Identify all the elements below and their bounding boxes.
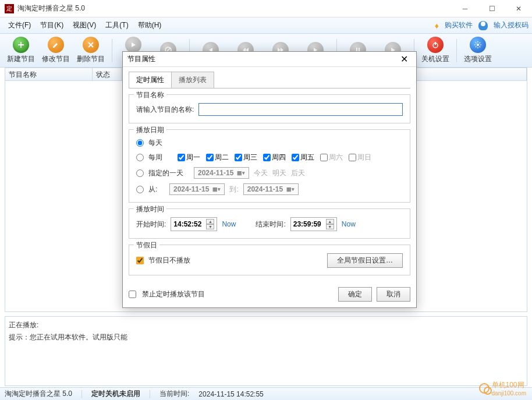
spinner-icon[interactable]: ▲▼ bbox=[326, 219, 334, 229]
menu-view[interactable]: 视图(V) bbox=[68, 18, 101, 33]
calendar-icon: ▦▾ bbox=[237, 170, 245, 176]
range-to-label: 到: bbox=[229, 185, 238, 194]
shutdown-label: 关机设置 bbox=[421, 54, 449, 64]
chk-fri[interactable] bbox=[292, 154, 299, 161]
btn-tomorrow[interactable]: 明天 bbox=[272, 168, 286, 178]
program-name-input[interactable] bbox=[198, 103, 403, 116]
menu-help[interactable]: 帮助(H) bbox=[133, 18, 166, 33]
gear-icon bbox=[470, 37, 486, 53]
btn-dayafter[interactable]: 后天 bbox=[291, 168, 305, 178]
fieldset-name: 节目名称 请输入节目的名称: bbox=[129, 94, 410, 123]
radio-range-label: 从: bbox=[148, 185, 165, 194]
radio-weekly[interactable] bbox=[136, 154, 144, 161]
legend-name: 节目名称 bbox=[134, 90, 166, 100]
end-time-label: 结束时间: bbox=[256, 220, 285, 229]
fieldset-holiday: 节假日 节假日不播放 全局节假日设置… bbox=[129, 245, 410, 275]
col-status[interactable]: 状态 bbox=[93, 68, 122, 80]
cancel-button[interactable]: 取消 bbox=[377, 287, 410, 302]
dialog-close-button[interactable]: ✕ bbox=[397, 54, 412, 65]
power-icon bbox=[427, 37, 444, 53]
diamond-icon: ♦ bbox=[435, 21, 439, 30]
dialog-footer: 禁止定时播放该节目 确定 取消 bbox=[123, 281, 416, 307]
tab-timer[interactable]: 定时属性 bbox=[129, 72, 172, 88]
shutdown-button[interactable]: 关机设置 bbox=[419, 35, 452, 66]
radio-oneday[interactable] bbox=[136, 169, 144, 177]
svg-point-2 bbox=[477, 44, 479, 46]
legend-date: 播放日期 bbox=[134, 125, 166, 135]
menu-program[interactable]: 节目(K) bbox=[36, 18, 68, 33]
options-button[interactable]: 选项设置 bbox=[462, 35, 494, 66]
chk-sun[interactable] bbox=[349, 154, 356, 161]
statusbar: 淘淘定时播音之星 5.0 定时关机未启用 当前时间: 2024-11-15 14… bbox=[0, 387, 532, 400]
disable-play-label: 禁止定时播放该节目 bbox=[142, 289, 205, 299]
now-playing-label: 正在播放: bbox=[9, 320, 523, 330]
minimize-button[interactable]: ─ bbox=[452, 0, 478, 17]
status-time-label: 当前时间: bbox=[159, 389, 189, 399]
menu-tools[interactable]: 工具(T) bbox=[101, 18, 133, 33]
new-program-button[interactable]: 新建节目 bbox=[5, 35, 37, 66]
radio-daily[interactable] bbox=[136, 139, 144, 147]
col-name[interactable]: 节目名称 bbox=[5, 68, 93, 80]
chk-wed[interactable] bbox=[235, 154, 242, 161]
name-label: 请输入节目的名称: bbox=[136, 105, 194, 115]
chk-tue[interactable] bbox=[206, 154, 214, 161]
delete-icon bbox=[83, 37, 99, 53]
watermark-icon bbox=[479, 383, 490, 394]
end-time-input[interactable]: 23:59:59 ▲▼ bbox=[290, 217, 337, 231]
maximize-button[interactable]: ☐ bbox=[478, 0, 505, 17]
edit-label: 修改节目 bbox=[42, 54, 70, 64]
dialog-tabs: 定时属性 播放列表 bbox=[123, 67, 416, 88]
fieldset-time: 播放时间 开始时间: 14:52:52 ▲▼ Now 结束时间: 23:59:5… bbox=[129, 208, 410, 239]
user-icon bbox=[478, 21, 488, 30]
watermark-text: 单机100网 bbox=[492, 380, 526, 390]
dialog-titlebar: 节目属性 ✕ bbox=[123, 52, 416, 67]
start-now-button[interactable]: Now bbox=[222, 220, 236, 228]
chk-sat[interactable] bbox=[320, 154, 328, 161]
status-app: 淘淘定时播音之星 5.0 bbox=[5, 389, 72, 399]
titlebar: 定 淘淘定时播音之星 5.0 ─ ☐ ✕ bbox=[0, 0, 532, 17]
delete-label: 删除节目 bbox=[77, 54, 105, 64]
chk-mon[interactable] bbox=[178, 154, 185, 161]
enter-key-link[interactable]: 输入授权码 bbox=[494, 20, 529, 30]
trial-hint: 提示：您正在试用本软件。试用版只能 bbox=[9, 332, 523, 342]
date-oneday[interactable]: 2024-11-15▦▾ bbox=[194, 167, 249, 179]
legend-time: 播放时间 bbox=[134, 204, 166, 214]
menubar: 文件(F) 节目(K) 视图(V) 工具(T) 帮助(H) ♦ 购买软件 输入授… bbox=[0, 17, 532, 34]
dialog-body: 节目名称 请输入节目的名称: 播放日期 每天 每周 周一 周二 周三 周四 bbox=[129, 88, 410, 275]
watermark: 单机100网 danji100.com bbox=[479, 380, 526, 397]
chk-holiday-skip[interactable] bbox=[136, 257, 144, 264]
delete-program-button[interactable]: 删除节目 bbox=[75, 35, 107, 66]
window-controls: ─ ☐ ✕ bbox=[452, 0, 532, 17]
date-from[interactable]: 2024-11-15▦▾ bbox=[169, 183, 225, 195]
dialog-title: 节目属性 bbox=[127, 54, 155, 64]
tab-playlist[interactable]: 播放列表 bbox=[171, 72, 214, 88]
radio-weekly-label: 每周 bbox=[148, 153, 173, 162]
start-time-label: 开始时间: bbox=[136, 220, 166, 229]
chk-thu[interactable] bbox=[263, 154, 271, 161]
status-separator bbox=[150, 390, 150, 398]
play-icon bbox=[125, 37, 141, 53]
date-to[interactable]: 2024-11-15▦▾ bbox=[243, 183, 299, 195]
window-title: 淘淘定时播音之星 5.0 bbox=[17, 3, 85, 13]
chk-disable-play[interactable] bbox=[129, 291, 136, 298]
buy-link[interactable]: 购买软件 bbox=[445, 20, 473, 30]
radio-daily-label: 每天 bbox=[148, 138, 162, 148]
spinner-icon[interactable]: ▲▼ bbox=[206, 219, 214, 229]
end-now-button[interactable]: Now bbox=[342, 220, 356, 228]
radio-oneday-label: 指定的一天 bbox=[148, 168, 189, 178]
start-time-input[interactable]: 14:52:52 ▲▼ bbox=[171, 217, 217, 231]
btn-today[interactable]: 今天 bbox=[254, 168, 268, 178]
edit-program-button[interactable]: 修改节目 bbox=[40, 35, 72, 66]
new-icon bbox=[13, 37, 29, 53]
holiday-settings-button[interactable]: 全局节假日设置… bbox=[327, 253, 403, 268]
close-button[interactable]: ✕ bbox=[505, 0, 532, 17]
holiday-skip-label: 节假日不播放 bbox=[148, 256, 190, 266]
edit-icon bbox=[48, 37, 64, 53]
radio-range[interactable] bbox=[136, 186, 144, 193]
new-label: 新建节目 bbox=[7, 54, 35, 64]
legend-holiday: 节假日 bbox=[134, 240, 159, 250]
fieldset-date: 播放日期 每天 每周 周一 周二 周三 周四 周五 周六 周日 bbox=[129, 129, 410, 203]
menu-file[interactable]: 文件(F) bbox=[3, 18, 36, 33]
status-panel: 正在播放: 提示：您正在试用本软件。试用版只能 bbox=[5, 316, 527, 386]
ok-button[interactable]: 确定 bbox=[338, 287, 372, 302]
